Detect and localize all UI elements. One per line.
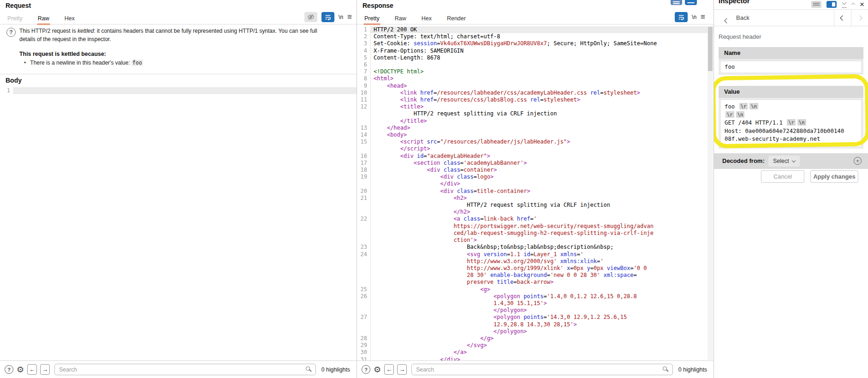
code-row[interactable]: 29 </svg> bbox=[357, 342, 713, 349]
code-row[interactable]: </div> bbox=[357, 180, 713, 187]
history-prev-button[interactable] bbox=[834, 10, 851, 26]
search-input[interactable] bbox=[411, 364, 673, 375]
search-help-icon[interactable]: ? bbox=[362, 365, 370, 374]
code-row[interactable]: </h2> bbox=[357, 209, 713, 216]
code-row[interactable]: 27 <polygon points='14.3,0 12.9,1.2 25.6… bbox=[357, 314, 713, 321]
code-row[interactable]: 2Content-Type: text/html; charset=utf-8 bbox=[357, 33, 713, 40]
code-row[interactable]: 30 </a> bbox=[357, 349, 713, 356]
line-number: 11 bbox=[357, 96, 371, 103]
code-row[interactable]: 1.4,30 15.1,15'> bbox=[357, 300, 713, 307]
response-tab-render[interactable]: Render bbox=[447, 14, 466, 24]
request-tab-raw[interactable]: Raw bbox=[38, 14, 49, 24]
search-help-icon[interactable]: ? bbox=[5, 365, 13, 374]
code-row[interactable]: 7<!DOCTYPE html> bbox=[357, 68, 713, 75]
close-icon[interactable]: × bbox=[860, 1, 864, 8]
show-nonprinting-toggle[interactable]: \n bbox=[692, 14, 696, 20]
add-decoder-icon[interactable]: + bbox=[854, 157, 862, 165]
code-row[interactable]: 12.9,28.8 14.3,30 28,15'> bbox=[357, 321, 713, 328]
response-tab-hex[interactable]: Hex bbox=[422, 14, 432, 24]
code-row[interactable]: 11 <link href=/resources/css/labsBlog.cs… bbox=[357, 96, 713, 103]
code-row[interactable]: 25 <g> bbox=[357, 286, 713, 293]
code-row[interactable]: 12 <title> bbox=[357, 103, 713, 110]
line-number: 29 bbox=[357, 342, 371, 349]
code-row[interactable]: 3Set-Cookie: session=Vk4u6xT6XUWwsDBiyga… bbox=[357, 40, 713, 47]
request-tab-hex[interactable]: Hex bbox=[65, 14, 75, 24]
code-row[interactable]: 24 <svg version=1.1 id=Layer_1 xmlns=' bbox=[357, 251, 713, 258]
back-chevron-icon[interactable] bbox=[725, 16, 729, 24]
search-next-button[interactable]: → bbox=[40, 364, 50, 375]
code-row[interactable]: 14 <body> bbox=[357, 132, 713, 138]
response-tab-pretty[interactable]: Pretty bbox=[364, 14, 380, 24]
header-value-field[interactable]: foo \r\n\r\nGET /404 HTTP/1.1 \r\nHost: … bbox=[721, 100, 861, 146]
kettled-help-icon[interactable]: ? bbox=[6, 28, 16, 37]
code-row[interactable]: 20 <div class=title-container> bbox=[357, 188, 713, 195]
code-row[interactable]: 9 <head> bbox=[357, 83, 713, 90]
editor-menu-icon[interactable]: ≡ bbox=[701, 15, 705, 19]
code-row[interactable]: 28 </g> bbox=[357, 335, 713, 342]
line-number bbox=[357, 307, 371, 314]
response-scrollbar[interactable] bbox=[707, 26, 713, 360]
code-row[interactable]: http://www.w3.org/1999/xlink' x=0px y=0p… bbox=[357, 265, 713, 272]
dock-panel-icon[interactable] bbox=[826, 1, 837, 8]
chevron-down-icon bbox=[792, 158, 796, 162]
code-row[interactable]: 15 <script src="/resources/labheader/js/… bbox=[357, 138, 713, 145]
search-settings-gear-icon[interactable]: ⚙ bbox=[17, 365, 24, 374]
collapse-panel-icon[interactable] bbox=[842, 0, 847, 8]
code-row[interactable]: 21 <h2> bbox=[357, 195, 713, 202]
code-row[interactable]: 28 30' enable-background='new 0 0 28 30'… bbox=[357, 272, 713, 279]
code-row[interactable]: 8<html> bbox=[357, 75, 713, 82]
code-row[interactable]: 1HTTP/2 200 OK bbox=[357, 26, 713, 33]
code-row[interactable]: 23 Back&nbsp;to&nbsp;lab&nbsp;descriptio… bbox=[357, 244, 713, 251]
request-body-editor[interactable]: 1 bbox=[0, 87, 357, 94]
scrollbar-thumb[interactable] bbox=[708, 27, 713, 71]
search-prev-button[interactable]: ← bbox=[27, 364, 37, 375]
history-next-button[interactable] bbox=[851, 10, 868, 26]
search-input[interactable] bbox=[54, 364, 316, 375]
response-search-bar: ? ⚙ ← → 0 highlights bbox=[357, 360, 713, 378]
request-tab-pretty[interactable]: Pretty bbox=[7, 14, 23, 24]
response-tab-raw[interactable]: Raw bbox=[395, 14, 406, 24]
code-row[interactable]: 18 <div class=container> bbox=[357, 167, 713, 174]
code-row[interactable]: </polygon> bbox=[357, 328, 713, 335]
code-row[interactable]: 10 <link href=/resources/labheader/css/a… bbox=[357, 90, 713, 96]
code-row[interactable]: 26 <polygon points='1.4,0 0,1.2 12.6,15 … bbox=[357, 293, 713, 300]
code-row[interactable]: </polygon> bbox=[357, 307, 713, 314]
search-next-button[interactable]: → bbox=[397, 364, 407, 375]
floating-toolbar-icon[interactable] bbox=[671, 0, 682, 5]
code-row[interactable]: 6 bbox=[357, 61, 713, 68]
code-row[interactable]: ction'> bbox=[357, 237, 713, 244]
code-row[interactable]: preserve title=back-arrow> bbox=[357, 279, 713, 286]
code-row[interactable]: 5Content-Length: 8678 bbox=[357, 54, 713, 61]
editor-menu-icon[interactable]: ≡ bbox=[347, 15, 352, 19]
apply-changes-button[interactable]: Apply changes bbox=[810, 170, 858, 183]
code-row[interactable]: 17 <section class='academyLabBanner'> bbox=[357, 160, 713, 167]
word-wrap-icon[interactable] bbox=[675, 12, 688, 22]
cancel-button[interactable]: Cancel bbox=[761, 170, 804, 183]
code-row[interactable]: </script> bbox=[357, 145, 713, 152]
code-row[interactable]: 19 <div class=logo> bbox=[357, 174, 713, 180]
code-row[interactable]: 1 bbox=[0, 87, 357, 94]
code-row[interactable]: HTTP/2 request splitting via CRLF inject… bbox=[357, 110, 713, 117]
code-row[interactable]: 13 </head> bbox=[357, 125, 713, 132]
response-code-editor[interactable]: 1HTTP/2 200 OK2Content-Type: text/html; … bbox=[357, 26, 713, 363]
floating-toolbar-pin-icon[interactable] bbox=[685, 0, 697, 5]
expand-panel-icon[interactable] bbox=[852, 0, 855, 8]
back-button[interactable]: Back bbox=[736, 14, 749, 21]
decoded-from-select[interactable]: Select bbox=[768, 156, 800, 167]
code-row[interactable]: http://www.w3.org/2000/svg' xmlns:xlink=… bbox=[357, 258, 713, 265]
code-row[interactable]: HTTP/2 request splitting via CRLF inject… bbox=[357, 202, 713, 209]
search-settings-gear-icon[interactable]: ⚙ bbox=[374, 365, 381, 374]
code-row[interactable]: 22 <a class=link-back href=' bbox=[357, 216, 713, 222]
hide-response-eye-off-icon[interactable] bbox=[304, 12, 317, 22]
header-name-field[interactable]: foo bbox=[721, 61, 861, 72]
code-row[interactable]: ced/lab-request-smuggling-h2-request-spl… bbox=[357, 230, 713, 237]
search-prev-button[interactable]: ← bbox=[384, 364, 394, 375]
show-nonprinting-toggle[interactable]: \n bbox=[339, 14, 343, 20]
code-row[interactable]: 16 <div id="academyLabHeader"> bbox=[357, 153, 713, 160]
word-wrap-icon[interactable] bbox=[321, 12, 334, 22]
line-number: 19 bbox=[357, 174, 371, 180]
code-row[interactable]: </title> bbox=[357, 118, 713, 125]
layout-list-icon[interactable] bbox=[811, 1, 821, 8]
code-row[interactable]: https://portswigger.net/web-security/req… bbox=[357, 223, 713, 230]
code-row[interactable]: 4X-Frame-Options: SAMEORIGIN bbox=[357, 48, 713, 54]
